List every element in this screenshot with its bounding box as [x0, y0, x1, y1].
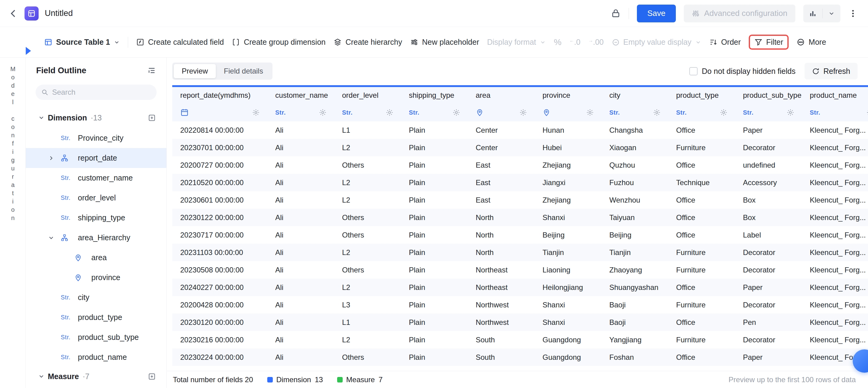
table-row[interactable]: 20230122 00:00:00AliOthersPlainNorthShan…: [172, 209, 868, 226]
table-row[interactable]: 20200727 00:00:00AliOthersPlainEastZheji…: [172, 156, 868, 174]
advanced-configuration-button[interactable]: Advanced configuration: [684, 5, 795, 22]
gear-icon[interactable]: [720, 108, 727, 117]
column-header[interactable]: customer_name: [267, 87, 334, 104]
geo-icon: [74, 254, 87, 262]
percent-format-button[interactable]: %: [554, 37, 561, 47]
add-field-icon[interactable]: [148, 114, 156, 122]
tab-field-details[interactable]: Field details: [216, 64, 271, 78]
gear-icon[interactable]: [252, 108, 260, 117]
sidebar-item-city[interactable]: Str.city: [26, 288, 166, 308]
sidebar-item-product_name[interactable]: Str.product_name: [26, 347, 166, 367]
column-header[interactable]: shipping_type: [401, 87, 468, 104]
sidebar-item-order_level[interactable]: Str.order_level: [26, 188, 166, 208]
circle-dash-icon: [612, 38, 620, 46]
sidebar-item-area_Hierarchy[interactable]: area_Hierarchy: [26, 228, 166, 248]
chevron-down-icon[interactable]: [38, 373, 45, 380]
order-button[interactable]: Order: [709, 38, 741, 46]
sidebar-item-area[interactable]: area: [26, 248, 166, 267]
source-table-selector[interactable]: Source Table 1: [44, 38, 120, 46]
panel-collapse-arrow-icon[interactable]: [26, 47, 31, 55]
gear-icon[interactable]: [653, 108, 661, 117]
chevron-right-icon[interactable]: [48, 155, 55, 162]
chevron-down-icon[interactable]: [48, 234, 55, 241]
gear-icon[interactable]: [586, 108, 594, 117]
hidden-fields-toggle[interactable]: Do not display hidden fields: [689, 67, 796, 76]
back-icon[interactable]: [8, 8, 19, 19]
table-row[interactable]: 20231103 00:00:00AliL2PlainNorthTianjinT…: [172, 244, 868, 261]
search-input[interactable]: [52, 88, 151, 97]
lock-icon[interactable]: [611, 8, 621, 19]
bar-chart-icon[interactable]: [803, 5, 822, 22]
table-row[interactable]: 20200428 00:00:00AliL3PlainNorthwestShan…: [172, 296, 868, 314]
table-row[interactable]: 20230216 00:00:00AliL2PlainSouthGuangdon…: [172, 331, 868, 349]
chevron-down-icon: [114, 39, 120, 45]
measure-section-header[interactable]: Measure ·7: [26, 371, 166, 382]
gear-icon[interactable]: [519, 108, 527, 117]
search-icon: [41, 89, 49, 96]
outline-list-icon[interactable]: [148, 66, 156, 75]
table-row[interactable]: 20230717 00:00:00AliOthersPlainNorthBeij…: [172, 226, 868, 244]
chevron-down-icon[interactable]: [823, 5, 840, 22]
gear-icon[interactable]: [866, 108, 868, 117]
sidebar-item-customer_name[interactable]: Str.customer_name: [26, 168, 166, 188]
string-type-icon: Str.: [676, 109, 687, 116]
table-row[interactable]: 20230701 00:00:00AliL2PlainCenterHubeiXi…: [172, 139, 868, 156]
gear-icon[interactable]: [319, 108, 327, 117]
arrow-left-icon: ←: [569, 38, 574, 43]
sidebar-item-product_type[interactable]: Str.product_type: [26, 308, 166, 327]
column-header[interactable]: product_name: [802, 87, 868, 104]
column-header[interactable]: product_sub_type: [735, 87, 802, 104]
field-search-box[interactable]: [36, 85, 157, 100]
table-type-row: Str.Str.Str.Str.Str.Str.Str.: [172, 104, 868, 121]
string-type-icon: Str.: [61, 334, 73, 341]
table-row[interactable]: 20230508 00:00:00AliOthersPlainNortheast…: [172, 261, 868, 279]
table-row[interactable]: 20240227 00:00:00AliL2PlainNortheastHeil…: [172, 279, 868, 296]
table-row[interactable]: 20210520 00:00:00AliL2PlainEastJiangxiFu…: [172, 174, 868, 191]
decrease-decimal-button[interactable]: ←.0: [569, 38, 581, 46]
string-type-icon: Str.: [275, 109, 286, 116]
create-group-dimension-button[interactable]: Create group dimension: [232, 38, 326, 46]
table-header-row: report_date(ymdhms)customer_nameorder_le…: [172, 87, 868, 104]
group-dimension-icon: [232, 38, 240, 46]
filter-button[interactable]: Filter: [749, 35, 789, 50]
column-header[interactable]: city: [601, 87, 668, 104]
string-type-icon: Str.: [61, 174, 73, 182]
tab-preview[interactable]: Preview: [174, 64, 216, 78]
string-type-icon: Str.: [61, 134, 73, 141]
display-format-dropdown[interactable]: Display format: [487, 38, 546, 46]
column-header[interactable]: province: [534, 87, 601, 104]
column-header[interactable]: product_type: [668, 87, 735, 104]
sidebar-item-province[interactable]: province: [26, 267, 166, 288]
new-placeholder-button[interactable]: New placeholder: [410, 38, 479, 46]
gear-icon[interactable]: [786, 108, 795, 117]
chevron-down-icon[interactable]: [38, 114, 45, 121]
sidebar-item-product_sub_type[interactable]: Str.product_sub_type: [26, 327, 166, 347]
hidden-fields-checkbox[interactable]: [689, 67, 698, 75]
table-row[interactable]: 20220814 00:00:00AliL1PlainCenterHunanCh…: [172, 121, 868, 139]
dimension-section-header[interactable]: Dimension ·13: [26, 112, 166, 123]
more-button[interactable]: More: [797, 38, 826, 46]
empty-value-display-dropdown[interactable]: Empty value display: [612, 38, 701, 46]
gear-icon[interactable]: [385, 108, 394, 117]
string-type-icon: Str.: [61, 354, 73, 361]
chevron-down-icon: [695, 39, 701, 45]
column-header[interactable]: area: [468, 87, 534, 104]
sidebar-item-shipping_type[interactable]: Str.shipping_type: [26, 208, 166, 228]
kebab-menu-icon[interactable]: [848, 9, 858, 18]
add-field-icon[interactable]: [148, 373, 156, 381]
create-hierarchy-button[interactable]: Create hierarchy: [334, 38, 402, 46]
save-button[interactable]: Save: [637, 5, 676, 22]
refresh-button[interactable]: Refresh: [805, 63, 858, 79]
gear-icon[interactable]: [453, 108, 460, 117]
increase-decimal-button[interactable]: →.00: [588, 38, 604, 46]
table-row[interactable]: 20230601 00:00:00AliL2PlainEastZhejiangW…: [172, 191, 868, 209]
column-header[interactable]: report_date(ymdhms): [172, 87, 267, 104]
chart-split-button[interactable]: [803, 5, 840, 22]
sidebar-item-report_date[interactable]: report_date: [26, 148, 166, 168]
create-calculated-field-button[interactable]: Create calculated field: [136, 38, 224, 46]
table-row[interactable]: 20230224 00:00:00AliOthersPlainSouthGuan…: [172, 349, 868, 366]
dimension-item-list: Str.Province_cityreport_dateStr.customer…: [26, 128, 166, 367]
table-row[interactable]: 20230120 00:00:00AliL1PlainNorthwestShan…: [172, 314, 868, 331]
sidebar-item-Province_city[interactable]: Str.Province_city: [26, 128, 166, 148]
column-header[interactable]: order_level: [334, 87, 401, 104]
